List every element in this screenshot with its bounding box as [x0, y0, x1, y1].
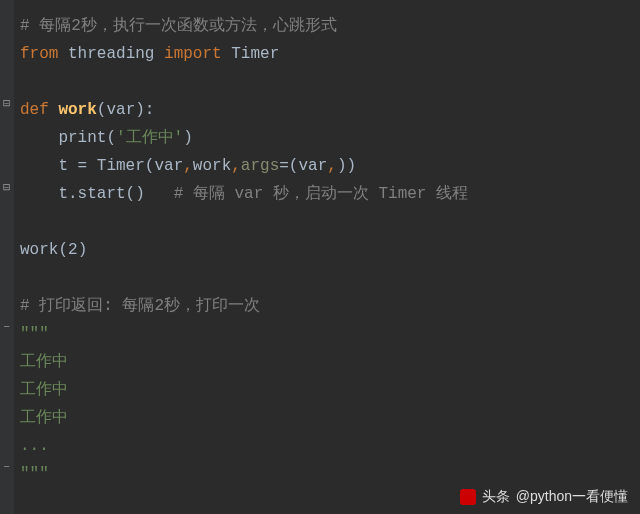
code-line-blank	[20, 68, 640, 96]
code-line: 工作中	[20, 348, 640, 376]
code-line-blank	[20, 264, 640, 292]
code-line: 工作中	[20, 404, 640, 432]
comment-text: # 每隔2秒，执行一次函数或方法，心跳形式	[20, 17, 337, 35]
code-line: t.start() # 每隔 var 秒，启动一次 Timer 线程	[20, 180, 640, 208]
code-line: t = Timer(var,work,args=(var,))	[20, 152, 640, 180]
watermark-text: @python一看便懂	[516, 488, 628, 506]
fold-end-icon-2[interactable]: –	[3, 460, 10, 474]
code-line: # 每隔2秒，执行一次函数或方法，心跳形式	[20, 12, 640, 40]
code-line: # 打印返回: 每隔2秒，打印一次	[20, 292, 640, 320]
code-line: ...	[20, 432, 640, 460]
watermark-prefix: 头条	[482, 488, 510, 506]
code-line: 工作中	[20, 376, 640, 404]
code-line-blank	[20, 208, 640, 236]
code-line: from threading import Timer	[20, 40, 640, 68]
code-line: """	[20, 460, 640, 488]
fold-icon-2[interactable]: –	[3, 320, 10, 334]
code-line: print('工作中')	[20, 124, 640, 152]
code-line: work(2)	[20, 236, 640, 264]
fold-end-icon[interactable]: ⊟	[3, 180, 10, 195]
code-editor[interactable]: # 每隔2秒，执行一次函数或方法，心跳形式 from threading imp…	[0, 12, 640, 488]
fold-icon[interactable]: ⊟	[3, 96, 10, 111]
toutiao-icon	[460, 489, 476, 505]
code-line: def work(var):	[20, 96, 640, 124]
code-line: """	[20, 320, 640, 348]
watermark: 头条 @python一看便懂	[460, 488, 628, 506]
editor-gutter: ⊟ ⊟ – –	[0, 0, 14, 514]
